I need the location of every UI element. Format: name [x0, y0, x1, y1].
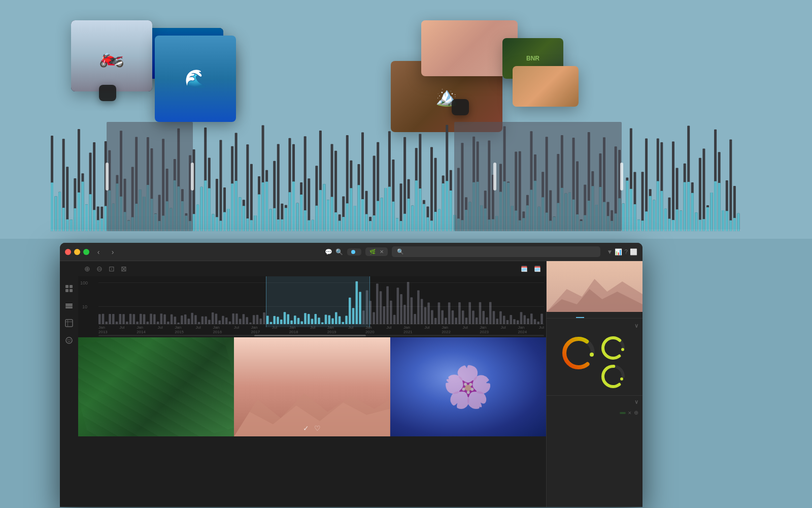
- zoom-in-button[interactable]: ⊕: [83, 265, 91, 273]
- svg-rect-354: [729, 140, 732, 231]
- svg-rect-207: [446, 181, 448, 231]
- search-icon[interactable]: 🔍: [335, 248, 343, 256]
- svg-rect-19: [85, 204, 88, 231]
- svg-rect-107: [254, 215, 256, 231]
- svg-rect-327: [676, 209, 679, 231]
- svg-rect-384: [119, 314, 122, 324]
- nav-forward-button[interactable]: ›: [108, 247, 118, 257]
- svg-rect-355: [729, 220, 732, 231]
- big-timeline-chart: [51, 122, 741, 231]
- svg-rect-305: [633, 204, 636, 231]
- svg-rect-461: [383, 306, 386, 324]
- image-cell-2[interactable]: ✓ ♡: [234, 337, 390, 436]
- svg-rect-81: [204, 180, 207, 231]
- category-value: ✕ ⊕: [620, 409, 638, 416]
- svg-rect-15: [78, 193, 80, 231]
- svg-rect-193: [419, 188, 421, 231]
- zoom-fit-button[interactable]: ⊡: [108, 265, 116, 273]
- zoom-out-button[interactable]: ⊖: [95, 265, 104, 273]
- svg-rect-472: [421, 299, 423, 324]
- svg-rect-123: [285, 208, 287, 231]
- nav-back-button[interactable]: ‹: [93, 247, 104, 257]
- section-collapse[interactable]: ∨: [634, 323, 638, 329]
- preview-tooltip-left: [99, 85, 116, 101]
- outdoor-natural-filter[interactable]: 🌿 ✕: [365, 247, 388, 256]
- svg-rect-458: [373, 312, 375, 324]
- tab-ai[interactable]: [576, 312, 584, 318]
- checkmark-icon[interactable]: ✓: [303, 424, 309, 432]
- tab-exif[interactable]: [558, 312, 566, 318]
- svg-point-515: [621, 348, 624, 351]
- svg-rect-485: [465, 318, 468, 324]
- svg-rect-506: [537, 322, 539, 324]
- map-view-icon[interactable]: [63, 317, 75, 329]
- content-collapse[interactable]: ∨: [634, 399, 638, 405]
- image-cell-1[interactable]: [78, 337, 234, 436]
- svg-rect-89: [219, 220, 222, 231]
- search-box[interactable]: 🔍: [392, 246, 601, 257]
- svg-rect-383: [116, 322, 118, 324]
- chat-icon[interactable]: 💬: [325, 248, 332, 256]
- svg-rect-311: [645, 211, 648, 231]
- svg-rect-368: [70, 285, 73, 288]
- svg-rect-195: [423, 204, 425, 231]
- svg-rect-307: [637, 219, 640, 231]
- maximize-button[interactable]: [83, 249, 89, 255]
- technical-gauge: [600, 364, 626, 389]
- svg-rect-179: [392, 202, 394, 231]
- svg-point-518: [620, 377, 623, 380]
- svg-rect-505: [534, 319, 536, 324]
- svg-rect-77: [196, 205, 199, 231]
- thumbnail-preview: [547, 261, 642, 312]
- svg-rect-199: [430, 220, 433, 231]
- sidebar: [60, 261, 78, 507]
- close-button[interactable]: [65, 249, 71, 255]
- svg-rect-490: [482, 311, 485, 324]
- svg-rect-351: [722, 210, 724, 231]
- global-gauge-visual: [561, 335, 596, 371]
- svg-rect-151: [339, 220, 341, 231]
- svg-rect-157: [350, 188, 352, 231]
- category-add[interactable]: ⊕: [634, 409, 638, 416]
- svg-rect-109: [258, 195, 260, 231]
- add-icon[interactable]: [63, 265, 75, 277]
- grid-view-icon[interactable]: [63, 282, 75, 295]
- aesthetic-gauge: [600, 335, 626, 361]
- timeline-view-icon[interactable]: [63, 300, 75, 312]
- svg-rect-303: [630, 189, 632, 231]
- svg-rect-189: [411, 205, 414, 231]
- svg-rect-488: [476, 318, 478, 324]
- svg-rect-406: [194, 315, 197, 324]
- image-cell-3[interactable]: 🌸: [390, 337, 546, 436]
- svg-rect-489: [479, 302, 482, 324]
- tab-iptc[interactable]: [567, 312, 575, 318]
- svg-rect-201: [434, 212, 437, 231]
- filter-icon[interactable]: ▼: [606, 248, 613, 256]
- svg-rect-139: [315, 206, 318, 231]
- svg-rect-420: [243, 314, 245, 324]
- svg-rect-473: [424, 307, 427, 324]
- svg-rect-209: [450, 190, 452, 231]
- svg-rect-103: [246, 218, 249, 231]
- svg-rect-341: [702, 219, 705, 231]
- svg-rect-177: [388, 187, 391, 231]
- mini-timeline-chart: 100 10 Jan2013: [78, 276, 546, 337]
- svg-rect-79: [200, 187, 203, 231]
- tab-edition[interactable]: [585, 312, 593, 318]
- split-icon[interactable]: ⬜: [630, 248, 637, 256]
- face-view-icon[interactable]: [63, 334, 75, 346]
- heart-icon[interactable]: ♡: [314, 424, 321, 432]
- svg-rect-9: [66, 219, 69, 231]
- svg-rect-147: [331, 197, 333, 231]
- svg-rect-479: [445, 318, 447, 324]
- all-sources-filter[interactable]: [347, 248, 361, 256]
- svg-point-514: [603, 338, 623, 358]
- zoom-reset-button[interactable]: ⊠: [120, 265, 128, 273]
- minimize-button[interactable]: [74, 249, 80, 255]
- svg-rect-408: [201, 316, 204, 324]
- histogram-icon[interactable]: 📊: [615, 248, 622, 256]
- filter-close[interactable]: ✕: [380, 249, 384, 255]
- category-edit[interactable]: ✕: [628, 410, 632, 416]
- help-icon[interactable]: ?: [624, 248, 628, 256]
- tab-general[interactable]: [549, 312, 557, 318]
